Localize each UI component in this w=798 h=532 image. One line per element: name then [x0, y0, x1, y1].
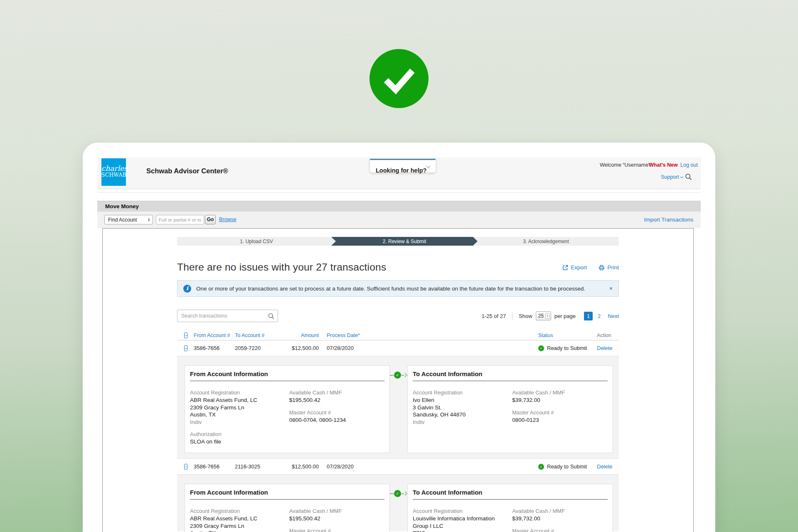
divider — [512, 312, 512, 320]
page-background: charles SCHWAB Schwab Advisor Center® Lo… — [0, 0, 798, 532]
dash — [390, 375, 394, 376]
step-review-submit: 2. Review & Submit — [331, 237, 478, 246]
registration-address1: 3 Galvin St. — [413, 404, 512, 411]
table-row: − 3586-7656 2059-7220 $12,500.00 07/28/2… — [177, 340, 619, 356]
search-transactions-input[interactable] — [177, 310, 278, 322]
registration-type: Indiv — [413, 419, 512, 426]
cash-value: $39,732.00 — [512, 515, 608, 522]
from-account-card: From Account Information Account Registr… — [185, 365, 390, 453]
dash — [390, 493, 394, 494]
col-action: Action — [597, 332, 619, 338]
section-title-bar: Move Money — [97, 201, 701, 212]
amount-value: $12,500.00 — [277, 463, 319, 470]
status-badge: Ready to Submit — [547, 345, 587, 351]
page-1-button[interactable]: 1 — [584, 312, 593, 320]
registration-label: Account Registration — [413, 507, 512, 515]
per-page-select[interactable]: 25 ▲▼ — [536, 311, 551, 320]
process-date-value: 07/28/2020 — [319, 463, 538, 470]
dash — [401, 493, 404, 494]
authorization-label: Authorization — [190, 431, 289, 438]
collapse-all-icon[interactable]: − — [184, 332, 187, 338]
chevron-down-icon — [680, 175, 683, 178]
dash — [401, 375, 404, 376]
col-from-account[interactable]: From Account # — [194, 332, 235, 338]
charles-schwab-logo: charles SCHWAB — [101, 158, 126, 186]
account-finder-bar: Find Account ▲▼ Go Browse Import Transac… — [97, 212, 701, 228]
registration-address2: Sandusky, OH 44870 — [413, 411, 512, 419]
select-spinner-icon: ▲▼ — [545, 313, 549, 319]
registration-address1: 2309 Gracy Farms Ln — [190, 522, 289, 530]
cash-value: $39,732.00 — [512, 397, 608, 404]
arrow-right-icon — [404, 491, 407, 496]
app-header: charles SCHWAB Schwab Advisor Center® Lo… — [97, 158, 701, 189]
to-account-card: To Account Information Account Registrat… — [407, 484, 613, 532]
help-dropdown[interactable]: Looking for help? — [370, 159, 436, 172]
cash-label: Available Cash / MMF — [289, 507, 384, 515]
next-page-button[interactable]: Next — [608, 313, 619, 319]
transaction-detail-panel: From Account Information Account Registr… — [177, 475, 619, 531]
close-icon[interactable]: × — [609, 285, 613, 292]
account-search-input[interactable] — [156, 215, 204, 224]
search-icon[interactable] — [685, 173, 692, 182]
col-process-date[interactable]: Process Date* — [319, 332, 538, 338]
cash-label: Available Cash / MMF — [512, 389, 608, 397]
master-label: Master Account # — [289, 409, 384, 416]
transfer-check-icon: ✓ — [394, 490, 401, 497]
content-area: 1. Upload CSV 2. Review & Submit 3. Ackn… — [97, 228, 701, 532]
master-label: Master Account # — [512, 527, 608, 532]
show-label: Show — [519, 313, 532, 319]
print-button[interactable]: Print — [598, 264, 619, 271]
registration-name: ABR Real Assets Fund, LC — [190, 515, 289, 522]
master-label: Master Account # — [289, 527, 384, 532]
info-banner-text: One or more of your transactions are set… — [196, 286, 585, 292]
registration-name: Ivo Ellen — [413, 397, 512, 404]
col-amount[interactable]: Amount — [277, 332, 319, 338]
progress-steps: 1. Upload CSV 2. Review & Submit 3. Ackn… — [177, 237, 619, 246]
success-check-icon — [369, 49, 429, 108]
import-transactions-link[interactable]: Import Transactions — [644, 215, 693, 224]
section-title: Move Money — [105, 203, 139, 209]
registration-label: Account Registration — [413, 389, 512, 397]
find-account-select[interactable]: Find Account ▲▼ — [104, 215, 153, 224]
go-button[interactable]: Go — [205, 215, 216, 224]
authorization-value: SLOA on file — [190, 438, 289, 446]
registration-name2: Group I LLC — [413, 522, 512, 530]
cash-label: Available Cash / MMF — [512, 507, 608, 515]
collapse-row-icon[interactable]: − — [184, 464, 187, 470]
results-range: 1-25 of 27 — [482, 313, 506, 319]
transfer-connector: ✓ — [390, 372, 407, 379]
transfer-check-icon: ✓ — [394, 372, 401, 379]
welcome-text: Welcome “Username” — [600, 162, 650, 168]
page-2-button[interactable]: 2 — [598, 313, 601, 319]
registration-address1: 7715 — [413, 530, 512, 532]
registration-type: Indiv — [190, 419, 289, 426]
table-header: − From Account # To Account # Amount Pro… — [177, 331, 619, 340]
export-button[interactable]: Export — [562, 264, 587, 271]
export-icon — [562, 264, 568, 271]
page-title: Schwab Advisor Center® — [146, 167, 228, 175]
select-arrows-icon: ▲▼ — [148, 218, 150, 222]
print-icon — [598, 264, 605, 271]
from-account-value: 3586-7656 — [194, 463, 235, 470]
card-title: To Account Information — [413, 370, 608, 381]
info-banner: i One or more of your transactions are s… — [177, 280, 619, 297]
col-status[interactable]: Status — [538, 332, 597, 338]
browse-link[interactable]: Browse — [219, 215, 236, 224]
whats-new-link[interactable]: What's New — [649, 162, 678, 168]
delete-link[interactable]: Delete — [597, 345, 619, 351]
step-acknowledgement: 3. Acknowledgement — [473, 237, 619, 246]
status-badge: Ready to Submit — [547, 463, 587, 470]
browser-card: charles SCHWAB Schwab Advisor Center® Lo… — [83, 143, 715, 532]
delete-link[interactable]: Delete — [597, 463, 619, 470]
collapse-row-icon[interactable]: − — [184, 345, 187, 351]
arrow-right-icon — [404, 373, 407, 377]
status-check-icon: ✓ — [538, 464, 544, 470]
col-to-account[interactable]: To Account # — [235, 332, 277, 338]
per-page-value: 25 — [538, 313, 544, 319]
logout-link[interactable]: Log out — [680, 162, 698, 168]
content-box: 1. Upload CSV 2. Review & Submit 3. Ackn… — [102, 228, 694, 532]
support-menu[interactable]: Support — [661, 174, 683, 180]
cash-label: Available Cash / MMF — [289, 389, 384, 397]
registration-label: Account Registration — [190, 389, 289, 397]
table-row: − 3586-7656 2116-3025 $12,500.00 07/28/2… — [177, 459, 619, 475]
